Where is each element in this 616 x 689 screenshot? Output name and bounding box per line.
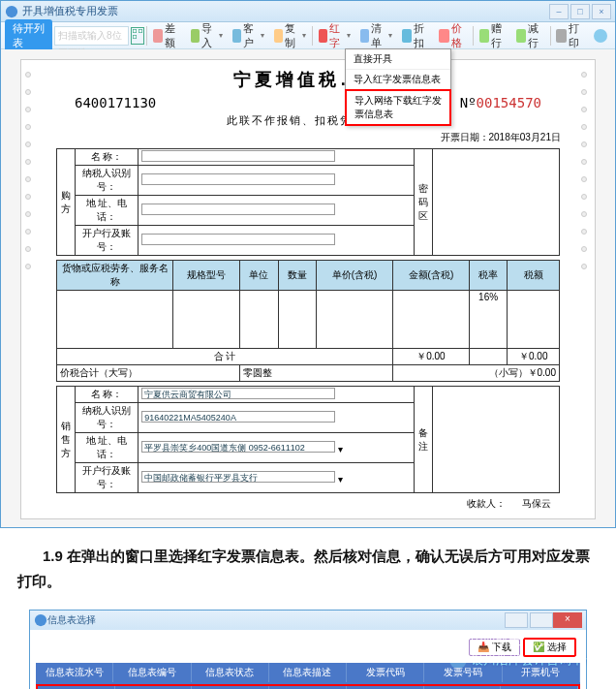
issue-date: 开票日期：2018年03月21日 <box>36 131 561 144</box>
sprocket-holes <box>581 60 591 518</box>
tb-list[interactable]: 清单▾ <box>356 21 396 50</box>
sprocket-holes <box>25 60 35 518</box>
window-title: 开具增值税专用发票 <box>22 4 547 18</box>
tb-cust[interactable]: 客户▾ <box>229 21 268 50</box>
toolbar: 待开列表 扫描或输入8位开票唯… 差额 导入▾ 客户▾ 复制▾ 红字▾ 清单▾ … <box>1 22 615 49</box>
menu-direct[interactable]: 直接开具 <box>346 49 450 70</box>
invoice-title: 宁夏增值税…… <box>36 68 580 91</box>
min-button[interactable]: – <box>549 4 569 19</box>
separator <box>473 26 474 46</box>
svg-rect-3 <box>134 35 137 38</box>
tb-more[interactable] <box>590 29 611 43</box>
tb-delrow[interactable]: 减行 <box>512 21 548 50</box>
close-button[interactable]: × <box>592 4 611 19</box>
union-note: 此联不作报销、扣税凭证使用 <box>36 113 580 128</box>
invoice-paper: 宁夏增值税…… 6400171130 Nº00154570 此联不作报销、扣税凭… <box>20 59 596 519</box>
watermark: 山西航天信息 银川浩泽会计咨询中心 <box>449 631 597 670</box>
separator <box>550 26 551 46</box>
tb-copy[interactable]: 复制▾ <box>270 21 310 50</box>
window2-title: 信息表选择 <box>47 613 503 627</box>
svg-rect-1 <box>134 29 137 32</box>
invoice-app-window: 开具增值税专用发票 – □ × 待开列表 扫描或输入8位开票唯… 差额 导入▾ … <box>0 0 616 528</box>
wechat-icon <box>449 651 467 669</box>
tb-print[interactable]: 打印 <box>552 21 588 50</box>
menu-import-red[interactable]: 导入红字发票信息表 <box>346 70 450 90</box>
separator <box>146 26 147 46</box>
app2-icon <box>34 613 47 627</box>
seller-table: 销售方 名 称：宁夏供云商贸有限公司 备注 纳税人识别号：91640221MA5… <box>56 386 560 493</box>
invoice-no: Nº00154570 <box>460 95 541 110</box>
max2-button[interactable] <box>530 612 553 628</box>
tb-discount[interactable]: 折扣 <box>398 21 434 50</box>
tb-addrow[interactable]: 赠行 <box>476 21 511 50</box>
qr-icon[interactable] <box>131 27 144 45</box>
titlebar: 开具增值税专用发票 – □ × <box>1 1 615 22</box>
wechat-icon <box>449 632 467 649</box>
titlebar2: 信息表选择 × <box>30 611 586 630</box>
red-dropdown-menu: 直接开具 导入红字发票信息表 导入网络下载红字发票信息表 <box>345 48 451 126</box>
step-text: 1.9 在弹出的窗口里选择红字发票信息表。然后核对信息，确认无误后方可用对应发票… <box>17 544 599 594</box>
svg-point-4 <box>35 614 46 626</box>
tb-import[interactable]: 导入▾ <box>187 21 227 50</box>
close2-button[interactable]: × <box>553 612 582 628</box>
app-icon <box>5 5 18 18</box>
buyer-table: 购方 名 称： 密码区 纳税人识别号： 地 址、电 话： 开户行及账号： <box>56 148 560 256</box>
search-input[interactable]: 扫描或输入8位开票唯… <box>54 26 129 46</box>
tb-diff[interactable]: 差额 <box>149 21 185 50</box>
tb-price[interactable]: 价格 <box>435 21 471 50</box>
grid-row[interactable]: 661400154453141126142052110101504090116T… <box>36 684 580 689</box>
min2-button[interactable] <box>505 612 528 628</box>
items-table: 货物或应税劳务、服务名称规格型号单位数量单价(含税)金额(含税)税率税额 16%… <box>56 260 560 382</box>
svg-point-0 <box>6 5 17 16</box>
max-button[interactable]: □ <box>570 4 590 19</box>
pending-tab[interactable]: 待开列表 <box>5 19 52 52</box>
invoice-area: 宁夏增值税…… 6400171130 Nº00154570 此联不作报销、扣税凭… <box>1 49 615 527</box>
menu-import-net-red[interactable]: 导入网络下载红字发票信息表 <box>345 89 451 126</box>
separator <box>312 26 313 46</box>
svg-rect-2 <box>139 29 142 32</box>
tb-red[interactable]: 红字▾ <box>315 21 354 50</box>
invoice-code: 6400171130 <box>75 95 156 110</box>
